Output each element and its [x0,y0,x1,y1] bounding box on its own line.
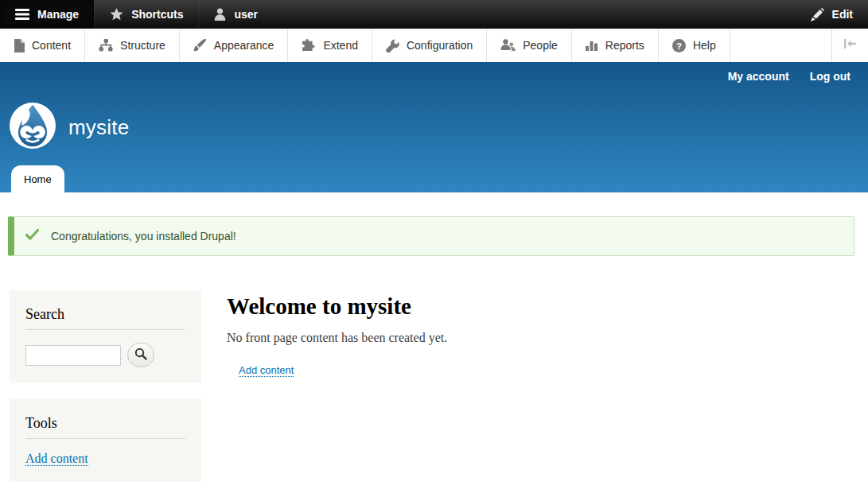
log-out-link[interactable]: Log out [810,70,850,83]
page-content: Welcome to mysite No front page content … [201,290,868,489]
search-submit-button[interactable] [127,343,154,367]
site-header: My account Log out mysite Home [0,62,868,192]
toolbar-item-label: Reports [605,39,644,52]
search-block: Search [10,290,201,383]
toolbar-item-content[interactable]: Content [0,29,85,62]
admin-menu-toolbar: Content Structure Appearance Extend Conf… [0,29,868,62]
toolbar-item-reports[interactable]: Reports [572,29,659,62]
toolbar-item-label: Help [693,39,716,52]
add-content-action-link[interactable]: Add content [239,364,294,377]
magnifier-icon [134,347,147,363]
puzzle-icon [302,39,316,52]
search-block-title: Search [25,306,185,330]
pencil-icon [811,8,824,21]
admin-bar-item-label: user [234,8,258,21]
toolbar-item-label: Configuration [407,39,473,52]
collapse-left-icon [843,38,858,52]
primary-tabs: Home [11,165,64,192]
people-icon [500,39,516,52]
empty-frontpage-text: No front page content has been created y… [227,331,868,345]
toolbar-item-appearance[interactable]: Appearance [180,29,289,62]
admin-bar-item-shortcuts[interactable]: Shortcuts [94,0,198,29]
drupal-drop-icon[interactable] [10,103,56,152]
tab-home[interactable]: Home [11,165,64,192]
status-message: Congratulations, you installed Drupal! [8,216,854,256]
tools-block-title: Tools [25,415,185,439]
status-message-text: Congratulations, you installed Drupal! [51,230,236,243]
bar-chart-icon [586,39,598,52]
toolbar-item-label: People [523,39,558,52]
toolbar-item-label: Extend [323,39,358,52]
toolbar-item-help[interactable]: ? Help [659,29,730,62]
user-icon [214,8,226,21]
toolbar-item-label: Structure [120,39,165,52]
admin-bar-edit-label: Edit [832,8,853,21]
toolbar-item-structure[interactable]: Structure [85,29,180,62]
secondary-menu: My account Log out [728,70,850,83]
main-content: Congratulations, you installed Drupal! S… [0,192,868,489]
site-branding: mysite [10,103,129,152]
search-form [25,343,185,367]
admin-toolbar-bar: Manage Shortcuts user Edit [0,0,868,29]
toolbar-item-label: Appearance [214,39,274,52]
admin-bar-spacer [273,0,796,29]
checkmark-icon [25,229,39,243]
admin-bar-item-user[interactable]: user [198,0,273,29]
document-icon [14,39,25,52]
admin-bar-edit-button[interactable]: Edit [796,0,868,29]
admin-bar-item-manage[interactable]: Manage [0,0,94,29]
paintbrush-icon [193,39,207,52]
search-input[interactable] [25,345,121,366]
toolbar-collapse-button[interactable] [831,29,868,62]
sitemap-icon [99,39,113,52]
admin-bar-item-label: Shortcuts [131,8,183,21]
my-account-link[interactable]: My account [728,70,789,83]
sidebar-first: Search Tools Add content [10,290,201,489]
toolbar-item-extend[interactable]: Extend [288,29,372,62]
tools-block: Tools Add content [10,399,201,482]
question-icon: ? [672,39,686,52]
toolbar-item-label: Content [32,39,71,52]
wrench-icon [386,39,399,52]
toolbar-spacer [730,29,831,62]
star-icon [110,8,123,21]
toolbar-item-people[interactable]: People [487,29,572,62]
site-name[interactable]: mysite [68,115,129,140]
page-title: Welcome to mysite [227,293,868,320]
admin-bar-item-label: Manage [37,8,79,21]
toolbar-item-configuration[interactable]: Configuration [372,29,487,62]
svg-text:?: ? [676,41,682,50]
tools-add-content-link[interactable]: Add content [25,452,88,466]
hamburger-icon [15,9,29,20]
